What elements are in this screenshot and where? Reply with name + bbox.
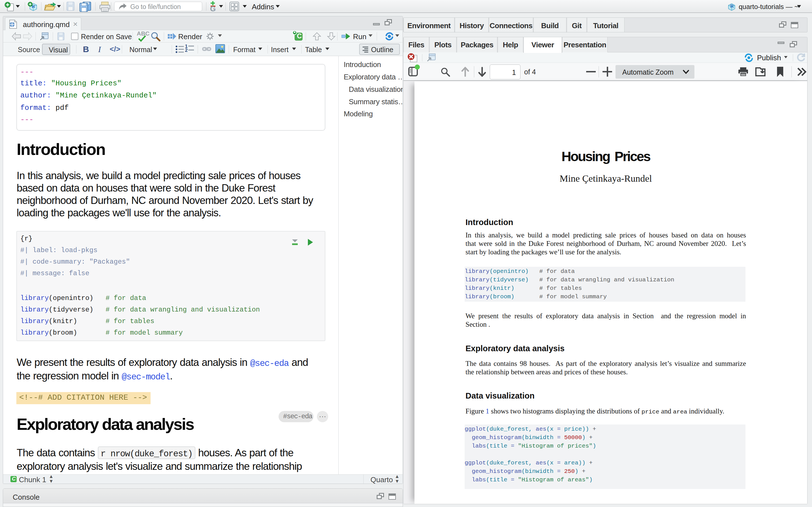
- svg-text:R: R: [730, 3, 734, 9]
